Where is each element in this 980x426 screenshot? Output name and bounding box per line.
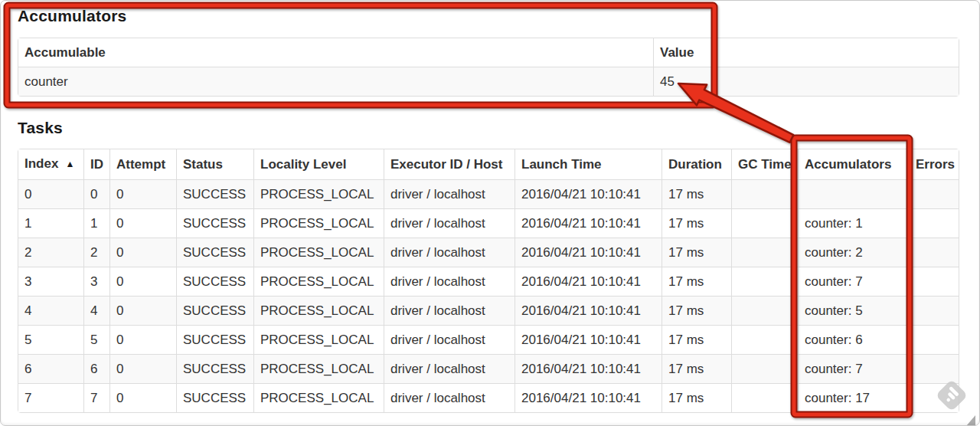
task-column-header-locality-level[interactable]: Locality Level — [253, 149, 384, 179]
task-table-cell: 17 ms — [662, 267, 731, 296]
task-table-cell: 17 ms — [662, 208, 731, 238]
column-header-label: Locality Level — [260, 157, 346, 172]
task-table-cell — [909, 238, 959, 267]
accumulable-column-header-value[interactable]: Value — [653, 38, 959, 67]
task-column-header-duration[interactable]: Duration — [662, 149, 731, 179]
task-table-cell: 3 — [83, 267, 109, 296]
column-header-label: Duration — [668, 157, 722, 172]
task-table-cell: SUCCESS — [176, 383, 253, 412]
task-table-cell: 0 — [109, 383, 176, 412]
accumulable-table-cell: 45 — [653, 67, 959, 96]
column-header-label: Accumulable — [24, 45, 106, 60]
accumulable-table-row: counter45 — [18, 67, 959, 96]
task-column-header-status[interactable]: Status — [176, 149, 253, 179]
task-table-cell: driver / localhost — [384, 325, 514, 354]
task-table-row: 550SUCCESSPROCESS_LOCALdriver / localhos… — [18, 325, 959, 354]
task-column-header-id[interactable]: ID — [83, 149, 109, 179]
task-table-cell — [731, 325, 798, 354]
task-table-cell: 17 ms — [662, 354, 731, 383]
task-table-cell: SUCCESS — [176, 296, 253, 325]
accumulable-column-header-accumulable[interactable]: Accumulable — [18, 38, 653, 67]
task-table-cell: 0 — [109, 325, 176, 354]
task-table-cell: 7 — [18, 383, 83, 412]
task-table-cell: PROCESS_LOCAL — [253, 179, 384, 208]
task-table-cell: PROCESS_LOCAL — [253, 267, 384, 296]
task-table-cell: driver / localhost — [384, 296, 514, 325]
task-table-cell: 7 — [83, 383, 109, 412]
task-column-header-index[interactable]: Index▲ — [18, 149, 83, 179]
task-column-header-accumulators[interactable]: Accumulators — [798, 149, 909, 179]
cropped-corner-artifact — [966, 415, 975, 426]
task-column-header-errors[interactable]: Errors — [909, 149, 959, 179]
task-table-cell — [731, 383, 798, 412]
task-table-cell: 5 — [83, 325, 109, 354]
task-table-cell: PROCESS_LOCAL — [253, 354, 384, 383]
task-table-cell: 5 — [18, 325, 83, 354]
tasks-table: Index▲IDAttemptStatusLocality LevelExecu… — [18, 149, 959, 413]
task-table-cell — [909, 208, 959, 238]
spark-stage-page: Accumulators AccumulableValue counter45 … — [0, 0, 980, 426]
column-header-label: GC Time — [738, 157, 792, 172]
task-table-cell: SUCCESS — [176, 267, 253, 296]
task-table-cell: counter: 1 — [798, 208, 909, 238]
task-table-cell: 3 — [18, 267, 83, 296]
column-header-label: Index — [24, 156, 58, 171]
task-table-cell: PROCESS_LOCAL — [253, 325, 384, 354]
task-table-cell: SUCCESS — [176, 325, 253, 354]
task-table-cell: 4 — [83, 296, 109, 325]
task-table-row: 110SUCCESSPROCESS_LOCALdriver / localhos… — [18, 208, 959, 238]
task-table-cell: 17 ms — [662, 238, 731, 267]
task-table-cell: driver / localhost — [384, 238, 514, 267]
task-table-cell: counter: 7 — [798, 267, 909, 296]
task-table-cell — [798, 179, 909, 208]
task-table-cell — [731, 208, 798, 238]
task-table-cell — [731, 179, 798, 208]
task-column-header-attempt[interactable]: Attempt — [109, 149, 176, 179]
task-table-cell — [731, 354, 798, 383]
task-table-cell: 2016/04/21 10:10:41 — [514, 179, 662, 208]
task-column-header-gc-time[interactable]: GC Time — [731, 149, 798, 179]
task-table-cell — [731, 238, 798, 267]
task-table-cell: counter: 5 — [798, 296, 909, 325]
task-table-cell: PROCESS_LOCAL — [253, 296, 384, 325]
task-table-row: 220SUCCESSPROCESS_LOCALdriver / localhos… — [18, 238, 959, 267]
task-table-cell: SUCCESS — [176, 179, 253, 208]
task-table-cell: 1 — [18, 208, 83, 238]
column-header-label: Accumulators — [805, 157, 891, 172]
task-column-header-executor-id-host[interactable]: Executor ID / Host — [384, 149, 514, 179]
column-header-label: Status — [183, 157, 223, 172]
tasks-heading: Tasks — [18, 119, 958, 137]
task-table-row: 660SUCCESSPROCESS_LOCALdriver / localhos… — [18, 354, 959, 383]
task-table-cell: 2016/04/21 10:10:41 — [514, 325, 662, 354]
task-table-cell: 2 — [83, 238, 109, 267]
task-table-cell — [909, 179, 959, 208]
task-table-cell — [909, 354, 959, 383]
task-table-cell: PROCESS_LOCAL — [253, 208, 384, 238]
task-table-cell: driver / localhost — [384, 179, 514, 208]
task-table-cell: 17 ms — [662, 325, 731, 354]
task-table-cell: counter: 2 — [798, 238, 909, 267]
task-table-cell: driver / localhost — [384, 383, 514, 412]
task-table-row: 000SUCCESSPROCESS_LOCALdriver / localhos… — [18, 179, 959, 208]
task-table-cell: 2016/04/21 10:10:41 — [514, 238, 662, 267]
task-table-row: 330SUCCESSPROCESS_LOCALdriver / localhos… — [18, 267, 959, 296]
task-column-header-launch-time[interactable]: Launch Time — [514, 149, 662, 179]
task-table-cell: 2016/04/21 10:10:41 — [514, 208, 662, 238]
task-table-cell: 2016/04/21 10:10:41 — [514, 267, 662, 296]
task-table-cell: SUCCESS — [176, 208, 253, 238]
task-table-cell: 17 ms — [662, 179, 731, 208]
column-header-label: Errors — [916, 157, 955, 172]
tasks-header-row: Index▲IDAttemptStatusLocality LevelExecu… — [18, 149, 959, 179]
task-table-cell: 6 — [18, 354, 83, 383]
task-table-cell: driver / localhost — [384, 354, 514, 383]
task-table-cell: PROCESS_LOCAL — [253, 238, 384, 267]
task-table-cell: 6 — [83, 354, 109, 383]
task-table-cell: 0 — [109, 296, 176, 325]
task-table-cell: driver / localhost — [384, 208, 514, 238]
task-table-cell: 0 — [109, 267, 176, 296]
task-table-cell — [909, 267, 959, 296]
task-table-cell: 17 ms — [662, 296, 731, 325]
task-table-cell: 2016/04/21 10:10:41 — [514, 296, 662, 325]
task-table-cell: counter: 7 — [798, 354, 909, 383]
task-table-cell: PROCESS_LOCAL — [253, 383, 384, 412]
